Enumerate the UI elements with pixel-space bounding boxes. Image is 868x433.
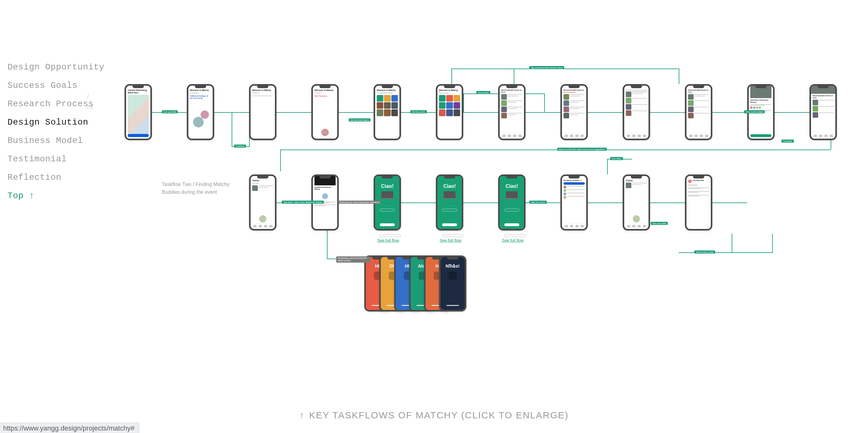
greeting-card-cluster: HEOlaHEAlohHiNǐhǎo! — [364, 255, 466, 312]
link-see-full-flow-3[interactable]: See full flow — [502, 238, 524, 243]
screen-events-cca-3: Recommended events at CCA › — [809, 84, 837, 140]
section-nav: Design Opportunity Success Goals Researc… — [7, 62, 104, 201]
chip-recommended-button: Tap recommended events button — [529, 66, 564, 69]
screen-pick-colors: Welcome to Matchy Pick your colors… — [436, 84, 463, 140]
chip-back-view-more: Back to event list / view more event sug… — [557, 148, 607, 151]
screen-search — [623, 84, 650, 140]
taskflow-two-annotation: Taskflow Two / Finding Matchy Buddies du… — [162, 181, 237, 196]
chip-scroll-down: scroll down — [476, 91, 490, 94]
chip-view-details: View event details — [744, 110, 765, 113]
nav-testimonial[interactable]: Testimonial — [7, 154, 104, 164]
screen-welcome-city-filled: Welcome to Matchy I'm living in… San Fra… — [311, 84, 339, 140]
chip-setup-profile: Set up profile — [162, 110, 178, 113]
chip-set-hobbies: Set up hobby types — [349, 118, 371, 121]
nav-research-process[interactable]: Research Process — [7, 99, 104, 109]
nav-success-goals[interactable]: Success Goals — [7, 81, 104, 90]
chip-greeting-note: All greeting cards (translucent effect s… — [336, 256, 371, 263]
link-see-full-flow-2[interactable]: See full flow — [440, 238, 461, 243]
chip-after-event: After the event — [529, 201, 547, 204]
chip-continue: Continue — [234, 145, 246, 148]
screen-ciao-3: Ciao! — [498, 174, 526, 231]
link-see-full-flow-1[interactable]: See full flow — [377, 238, 399, 243]
screen-welcome-school: Welcome to Matchy I'm currently at… Cali… — [187, 84, 214, 140]
up-arrow-icon: ↑ — [300, 410, 305, 420]
nav-business-model[interactable]: Business Model — [7, 136, 104, 145]
browser-status-url: https://www.yangg.design/projects/matchy… — [0, 423, 139, 433]
screen-matchy-buddies: My Matchy Buddies 🤝 — [560, 174, 588, 231]
chip-set-colors: Set the colors — [410, 110, 427, 113]
screen-events-cca-1: Recommended events at CCA › — [498, 84, 526, 140]
screen-tickets-code: Tickets Your code — [249, 174, 276, 231]
chip-tap-ticket: Tap ticket / view event detail from tick… — [282, 201, 324, 204]
chip-attending-auto: Attending the event (automatic detection… — [338, 201, 381, 204]
chip-view-all-profile: View all profile — [651, 222, 668, 225]
nav-top[interactable]: Top ↑ — [7, 191, 104, 201]
nav-design-solution[interactable]: Design Solution — [7, 117, 104, 127]
nav-design-opportunity[interactable]: Design Opportunity — [7, 62, 104, 72]
screen-tickets-empty: Tickets — [623, 174, 650, 231]
screen-ciao-2: Ciao! — [436, 174, 463, 231]
chip-see-ticket: See ticket — [610, 157, 623, 160]
taskflow-diagram[interactable]: Colorful Networking Starts Here Welcome … — [125, 78, 841, 389]
figure-caption: ↑KEY TASKFLOWS OF MATCHY (CLICK TO ENLAR… — [300, 410, 569, 421]
screen-onboarding-hero: Colorful Networking Starts Here — [125, 84, 152, 140]
nav-reflection[interactable]: Reflection — [7, 173, 104, 182]
screen-events-cca-2: Recommended events at CCA › — [685, 84, 712, 140]
screen-pick-hobbies: Welcome to Matchy Pick your favorite hob… — [374, 84, 401, 140]
screen-welcome-city-blank: Welcome to Matchy I'm living in… — [249, 84, 276, 140]
screen-events-sf: Recommended events at San Francisco › — [560, 84, 588, 140]
chip-view-buddy-profile: View buddy profile — [694, 251, 715, 254]
chip-get-ticket: Get ticket — [781, 140, 794, 143]
screen-profile: Yuko Murashiki Profile Settings — [685, 174, 712, 231]
